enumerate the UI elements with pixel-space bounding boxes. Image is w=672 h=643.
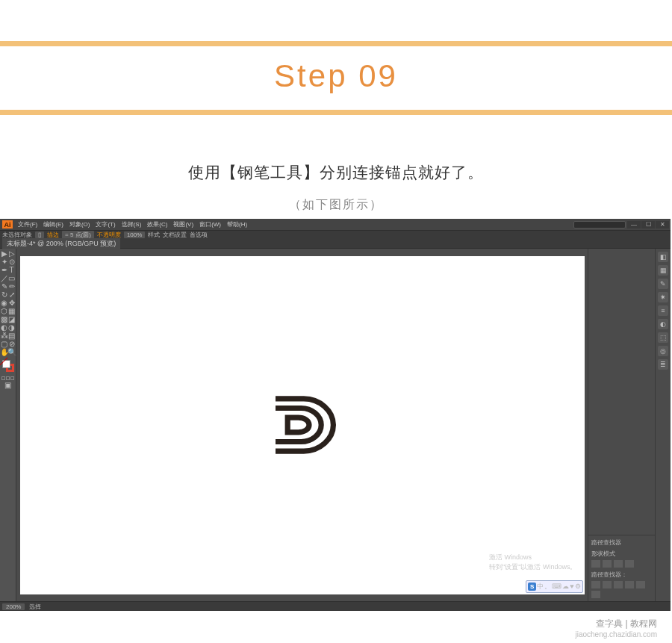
lasso-tool-icon[interactable]: ⊙ [8, 258, 15, 265]
crop-icon[interactable] [625, 581, 634, 588]
ime-keyboard-icon[interactable]: ⌨ [552, 583, 561, 590]
dd-logo-artwork [269, 396, 336, 454]
color-mode-icon[interactable] [1, 376, 5, 380]
ime-user-icon[interactable]: ♥ [570, 583, 573, 590]
divide-icon[interactable] [591, 581, 600, 588]
ime-logo-icon: S [528, 583, 536, 591]
right-panel-area: 路径查找器 形状模式 路径查找器： [588, 249, 655, 601]
menubar: Ai 文件(F) 编辑(E) 对象(O) 文字(T) 选择(S) 效果(C) 视… [0, 219, 671, 230]
status-bar: 200% 选择 [0, 601, 671, 611]
pathfinder-label: 路径查找器： [591, 571, 652, 579]
doc-setup-button[interactable]: 文档设置 [163, 231, 187, 239]
menu-object[interactable]: 对象(O) [67, 220, 93, 229]
rect-tool-icon[interactable]: ▭ [8, 275, 15, 282]
toolbox: ▶▷ ✦⊙ ✒T ／▭ ✎✏ ↻⤢ ◉✥ ⬡▦ ▩◪ ◐◑ ⁂▤ ▢⊘ ✋🔍 ▣ [0, 249, 16, 601]
perspective-icon[interactable]: ▦ [8, 308, 15, 314]
canvas[interactable]: 激活 Windows 转到"设置"以激活 Windows。 S 中 。 ⌨ ☁ … [16, 249, 588, 601]
minus-front-icon[interactable] [603, 560, 612, 568]
minus-back-icon[interactable] [591, 591, 600, 598]
search-input[interactable] [573, 221, 626, 229]
stroke-panel-icon[interactable]: ≡ [658, 305, 668, 316]
layers-panel-icon[interactable]: ≣ [658, 359, 668, 370]
minimize-icon[interactable]: — [627, 221, 641, 229]
style-label[interactable]: 样式 [148, 231, 160, 239]
symbols-panel-icon[interactable]: ✷ [658, 292, 668, 302]
rotate-tool-icon[interactable]: ↻ [1, 291, 7, 298]
panel-tab-pathfinder[interactable]: 路径查找器 [591, 538, 621, 547]
menu-edit[interactable]: 编辑(E) [41, 220, 66, 229]
artboard: 激活 Windows 转到"设置"以激活 Windows。 S 中 。 ⌨ ☁ … [20, 256, 585, 594]
shape-modes-label: 形状模式 [591, 550, 652, 558]
menu-view[interactable]: 视图(V) [171, 220, 196, 229]
magic-wand-icon[interactable]: ✦ [1, 258, 7, 265]
zoom-tool-icon[interactable]: 🔍 [8, 349, 15, 355]
selection-tool-icon[interactable]: ▶ [1, 250, 7, 257]
pencil-tool-icon[interactable]: ✏ [8, 283, 15, 290]
exclude-icon[interactable] [625, 560, 634, 568]
brush-tool-icon[interactable]: ✎ [1, 283, 7, 290]
screen-mode-icon[interactable]: ▣ [4, 382, 11, 388]
type-tool-icon[interactable]: T [8, 267, 15, 273]
instruction-main: 使用【钢笔工具】分别连接锚点就好了。 [0, 162, 672, 183]
document-tab[interactable]: 未标题-4* @ 200% (RGB/GPU 预览) [2, 238, 120, 249]
opacity-value[interactable]: 100% [124, 232, 145, 238]
status-tool-label: 选择 [29, 603, 41, 611]
blend-tool-icon[interactable]: ◑ [8, 324, 15, 331]
illustrator-window: Ai 文件(F) 编辑(E) 对象(O) 文字(T) 选择(S) 效果(C) 视… [0, 219, 671, 607]
menu-file[interactable]: 文件(F) [16, 220, 40, 229]
gradient-panel-icon[interactable]: ◐ [658, 319, 668, 329]
watermark-line1: 查字典 | 教程网 [575, 618, 657, 630]
appearance-panel-icon[interactable]: ◎ [658, 346, 668, 356]
gradient-mode-icon[interactable] [6, 376, 10, 380]
width-tool-icon[interactable]: ◉ [1, 299, 7, 306]
menu-effect[interactable]: 效果(C) [145, 220, 169, 229]
eyedropper-icon[interactable]: ◐ [1, 324, 7, 331]
prefs-button[interactable]: 首选项 [190, 231, 208, 239]
outline-icon[interactable] [636, 581, 645, 588]
app-logo-icon: Ai [2, 220, 13, 229]
pathfinder-panel[interactable]: 路径查找器 形状模式 路径查找器： [588, 535, 655, 601]
intersect-icon[interactable] [614, 560, 623, 568]
document-tabs: 未标题-4* @ 200% (RGB/GPU 预览) [0, 239, 671, 249]
ime-toolbar[interactable]: S 中 。 ⌨ ☁ ♥ ⚙ [526, 580, 582, 593]
fill-stroke-indicator[interactable] [2, 360, 14, 372]
menu-help[interactable]: 帮助(H) [225, 220, 249, 229]
menu-window[interactable]: 窗口(W) [197, 220, 223, 229]
watermark-line2: jiaocheng.chazidian.com [575, 630, 657, 639]
collapsed-panel-dock: ◧ ▦ ✎ ✷ ≡ ◐ ⬚ ◎ ≣ [655, 249, 671, 601]
ime-cloud-icon[interactable]: ☁ [562, 583, 569, 590]
instruction-sub: （如下图所示） [0, 197, 672, 213]
shape-builder-icon[interactable]: ⬡ [1, 308, 7, 314]
swatches-panel-icon[interactable]: ▦ [658, 265, 668, 276]
ime-punct-icon[interactable]: 。 [544, 582, 551, 591]
step-title: Step 09 [0, 58, 672, 94]
ime-settings-icon[interactable]: ⚙ [575, 583, 581, 590]
color-panel-icon[interactable]: ◧ [658, 252, 668, 262]
free-transform-icon[interactable]: ✥ [8, 299, 15, 306]
menu-type[interactable]: 文字(T) [93, 220, 117, 229]
header-divider-top [0, 41, 672, 46]
scale-tool-icon[interactable]: ⤢ [8, 291, 15, 298]
gradient-tool-icon[interactable]: ◪ [8, 316, 15, 323]
slice-tool-icon[interactable]: ⊘ [8, 341, 15, 347]
line-tool-icon[interactable]: ／ [1, 275, 7, 282]
close-icon[interactable]: ✕ [656, 221, 669, 229]
merge-icon[interactable] [614, 581, 623, 588]
site-watermark: 查字典 | 教程网 jiaocheng.chazidian.com [575, 618, 657, 639]
zoom-level[interactable]: 200% [2, 603, 25, 610]
header-divider-bottom [0, 110, 672, 115]
graph-tool-icon[interactable]: ▤ [8, 332, 15, 339]
unite-icon[interactable] [591, 560, 600, 568]
mesh-tool-icon[interactable]: ▩ [1, 316, 7, 323]
direct-select-tool-icon[interactable]: ▷ [8, 250, 15, 257]
ime-lang-label: 中 [537, 582, 544, 591]
symbol-spray-icon[interactable]: ⁂ [1, 332, 7, 339]
menu-select[interactable]: 选择(S) [119, 220, 144, 229]
windows-activation-watermark: 激活 Windows 转到"设置"以激活 Windows。 [489, 553, 576, 572]
brushes-panel-icon[interactable]: ✎ [658, 279, 668, 289]
artboard-tool-icon[interactable]: ▢ [1, 341, 7, 347]
transparency-panel-icon[interactable]: ⬚ [658, 332, 668, 343]
maximize-icon[interactable]: ☐ [641, 221, 655, 229]
none-mode-icon[interactable] [10, 376, 14, 380]
trim-icon[interactable] [603, 581, 612, 588]
